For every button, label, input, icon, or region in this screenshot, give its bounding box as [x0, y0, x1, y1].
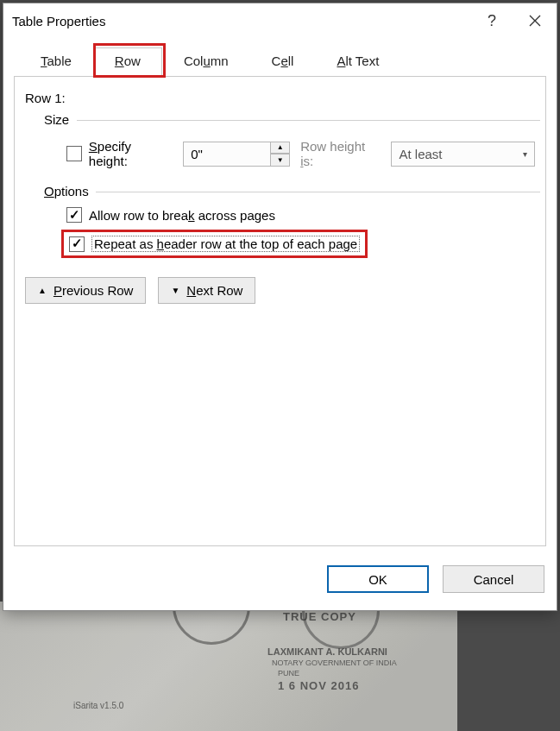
row-height-value: At least	[399, 147, 442, 161]
tab-table[interactable]: Table	[19, 47, 93, 77]
highlight-repeat-header: Repeat as header row at the top of each …	[61, 230, 368, 258]
tab-panel: Row 1: Size Specify height: ▲ ▼ Row	[14, 76, 546, 546]
group-size-title: Size	[44, 112, 535, 127]
triangle-up-icon: ▲	[38, 286, 47, 295]
close-icon	[529, 15, 541, 27]
specify-height-label: Specify height:	[89, 139, 173, 168]
checkbox-checked-icon	[66, 207, 82, 223]
repeat-header-checkbox[interactable]: Repeat as header row at the top of each …	[69, 236, 360, 252]
close-button[interactable]	[513, 3, 557, 38]
next-row-button[interactable]: ▼ Next Row	[158, 277, 255, 304]
previous-row-label: Previous Row	[53, 283, 134, 298]
stamp-notary: NOTARY GOVERNMENT OF INDIA	[272, 659, 397, 667]
specify-height-checkbox[interactable]: Specify height:	[66, 139, 173, 168]
height-input[interactable]	[183, 142, 271, 167]
help-button[interactable]: ?	[470, 3, 513, 38]
dialog-footer: OK Cancel	[3, 557, 557, 610]
next-row-label: Next Row	[186, 283, 242, 298]
stamp-name: LAXMIKANT A. KULKARNI	[267, 646, 387, 657]
height-spinner[interactable]: ▲ ▼	[183, 142, 290, 167]
group-options-title: Options	[44, 184, 535, 199]
allow-break-checkbox[interactable]: Allow row to break across pages	[66, 207, 275, 223]
checkbox-checked-icon	[69, 236, 85, 252]
checkbox-unchecked-icon	[66, 146, 82, 161]
spin-down-icon[interactable]: ▼	[271, 154, 290, 167]
stamp-pune: PUNE	[278, 669, 299, 677]
previous-row-button[interactable]: ▲ Previous Row	[25, 277, 146, 304]
cancel-button[interactable]: Cancel	[443, 565, 544, 593]
row-height-select[interactable]: At least ▾	[391, 142, 535, 167]
table-properties-dialog: Table Properties ? Table Row Column Cell…	[3, 3, 557, 611]
dialog-title: Table Properties	[12, 14, 470, 28]
background-document: TRUE COPY LAXMIKANT A. KULKARNI NOTARY G…	[0, 602, 457, 731]
ok-button[interactable]: OK	[327, 565, 429, 593]
row-height-is-label: Row height is:	[300, 139, 381, 168]
stamp-date: 1 6 NOV 2016	[278, 679, 359, 692]
tab-row[interactable]: Row	[93, 47, 162, 77]
titlebar: Table Properties ?	[3, 3, 557, 38]
doc-version: iSarita v1.5.0	[73, 701, 123, 710]
spin-up-icon[interactable]: ▲	[271, 142, 290, 154]
row-number-label: Row 1:	[25, 91, 535, 105]
tab-cell[interactable]: Cell	[250, 47, 316, 77]
triangle-down-icon: ▼	[171, 286, 179, 295]
tab-column[interactable]: Column	[162, 47, 250, 77]
tab-alt-text[interactable]: Alt Text	[315, 47, 400, 77]
repeat-header-label: Repeat as header row at the top of each …	[91, 236, 360, 252]
tab-strip: Table Row Column Cell Alt Text	[19, 47, 546, 76]
chevron-down-icon: ▾	[523, 149, 527, 159]
stamp-true-copy: TRUE COPY	[283, 610, 356, 623]
allow-break-label: Allow row to break across pages	[89, 208, 275, 223]
